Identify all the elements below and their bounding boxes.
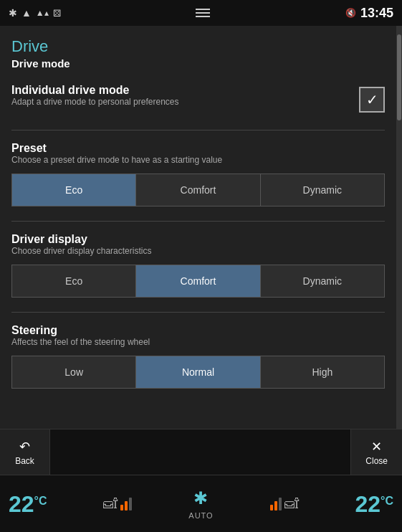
bottom-controls: ↶ Back ✕ Close xyxy=(0,429,402,475)
left-seat-heat[interactable]: 🛋 xyxy=(103,495,132,512)
controls-spacer xyxy=(50,429,350,475)
menu-icon xyxy=(196,9,210,17)
left-heat-bar-3 xyxy=(129,498,132,510)
individual-drive-mode-section: Individual drive mode Adapt a drive mode… xyxy=(11,84,385,115)
right-temp-value: 22 xyxy=(355,493,381,516)
display-btn-group: Eco Comfort Dynamic xyxy=(11,265,385,298)
steering-btn-high[interactable]: High xyxy=(261,356,384,388)
individual-title-group: Individual drive mode Adapt a drive mode… xyxy=(11,84,178,115)
preset-btn-dynamic[interactable]: Dynamic xyxy=(261,174,384,206)
individual-checkbox[interactable]: ✓ xyxy=(359,87,385,113)
content-area: Drive Drive mode Individual drive mode A… xyxy=(0,26,396,429)
display-btn-dynamic[interactable]: Dynamic xyxy=(261,265,384,297)
driver-display-title: Driver display xyxy=(11,233,385,246)
preset-title: Preset xyxy=(11,142,385,155)
close-label: Close xyxy=(365,456,388,466)
preset-btn-eco[interactable]: Eco xyxy=(12,174,136,206)
close-icon: ✕ xyxy=(371,439,382,455)
hamburger-menu[interactable] xyxy=(196,9,210,17)
steering-desc: Affects the feel of the steering wheel xyxy=(11,337,385,347)
divider-2 xyxy=(11,221,385,222)
steering-btn-group: Low Normal High xyxy=(11,356,385,389)
display-btn-comfort[interactable]: Comfort xyxy=(136,265,260,297)
right-seat-heat[interactable]: 🛋 xyxy=(270,495,299,512)
page-subtitle: Drive mode xyxy=(11,57,385,70)
wifi-icon: ▲ xyxy=(21,7,32,19)
steering-btn-normal[interactable]: Normal xyxy=(136,356,260,388)
left-temp: 22 °C xyxy=(9,493,47,516)
clock: 13:45 xyxy=(360,6,393,21)
left-heat-bar-1 xyxy=(120,505,123,510)
signal-icon: ▲▴ xyxy=(36,8,49,18)
right-temp: 22 °C xyxy=(355,493,393,516)
status-right-group: 🔇 13:45 xyxy=(345,6,393,21)
driver-display-desc: Choose driver display characteristics xyxy=(11,246,385,256)
right-heat-bar-1 xyxy=(270,505,273,510)
divider-1 xyxy=(11,130,385,130)
back-button[interactable]: ↶ Back xyxy=(0,429,50,475)
left-temp-value: 22 xyxy=(9,493,34,516)
status-bar: ✱ ▲ ▲▴ ⚄ 🔇 13:45 xyxy=(0,0,402,26)
preset-desc: Choose a preset drive mode to have as a … xyxy=(11,155,385,165)
status-icons: ✱ ▲ ▲▴ ⚄ xyxy=(9,7,61,19)
volume-icon: 🔇 xyxy=(345,8,356,18)
back-icon: ↶ xyxy=(19,439,30,455)
individual-desc: Adapt a drive mode to personal preferenc… xyxy=(11,97,178,107)
left-temp-unit: °C xyxy=(34,495,47,507)
left-heat-bars xyxy=(120,498,132,510)
auto-label: AUTO xyxy=(188,511,213,520)
right-heat-bars xyxy=(270,498,282,510)
fan-icon: ✱ xyxy=(193,488,208,508)
left-heat-bar-2 xyxy=(125,501,128,510)
steering-btn-low[interactable]: Low xyxy=(12,356,136,388)
preset-btn-group: Eco Comfort Dynamic xyxy=(11,174,385,206)
main-container: Drive Drive mode Individual drive mode A… xyxy=(0,26,402,429)
driver-display-section: Driver display Choose driver display cha… xyxy=(11,233,385,298)
steering-title: Steering xyxy=(11,324,385,337)
close-button[interactable]: ✕ Close xyxy=(350,429,402,475)
climate-bar: 22 °C 🛋 ✱ AUTO 🛋 22 °C xyxy=(0,475,402,532)
steering-section: Steering Affects the feel of the steerin… xyxy=(11,324,385,389)
divider-3 xyxy=(11,312,385,313)
right-seat-icon: 🛋 xyxy=(284,495,299,512)
climate-center[interactable]: ✱ AUTO xyxy=(188,488,213,520)
right-heat-bar-3 xyxy=(279,498,282,510)
left-seat-icon: 🛋 xyxy=(103,495,118,512)
checkbox-check-icon: ✓ xyxy=(366,92,378,107)
bluetooth-icon: ✱ xyxy=(9,7,17,19)
right-temp-unit: °C xyxy=(381,495,393,507)
individual-header: Individual drive mode Adapt a drive mode… xyxy=(11,84,385,115)
display-btn-eco[interactable]: Eco xyxy=(12,265,136,297)
scrollbar[interactable] xyxy=(396,26,402,429)
page-title: Drive xyxy=(11,37,385,56)
right-heat-bar-2 xyxy=(274,501,277,510)
preset-btn-comfort[interactable]: Comfort xyxy=(136,174,260,206)
preset-section: Preset Choose a preset drive mode to hav… xyxy=(11,142,385,206)
individual-title: Individual drive mode xyxy=(11,84,178,97)
scrollbar-thumb[interactable] xyxy=(397,34,401,120)
usb-icon: ⚄ xyxy=(53,8,61,19)
back-label: Back xyxy=(15,456,34,466)
